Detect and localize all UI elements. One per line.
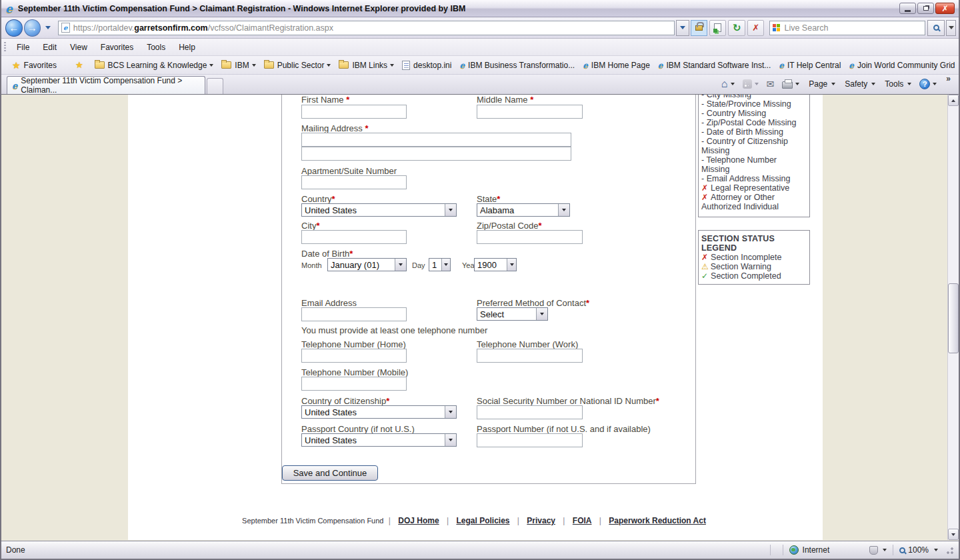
favorites-link-ibm-software[interactable]: eIBM Standard Software Inst... [654, 59, 775, 72]
favorites-folder-public-sector[interactable]: Public Sector [260, 59, 335, 72]
zip-input[interactable] [477, 230, 583, 244]
home-button[interactable]: ⌂ [717, 75, 739, 93]
address-dropdown-button[interactable] [676, 20, 690, 36]
footer-link-legal-policies[interactable]: Legal Policies [456, 516, 509, 525]
tools-menu-button[interactable]: Tools [879, 75, 915, 93]
contact-method-select[interactable]: Select [477, 307, 548, 321]
url-field[interactable]: e https://portaldev.garretsonfirm.com/vc… [58, 21, 675, 35]
dropdown-arrow-icon[interactable] [445, 204, 456, 216]
protected-mode-dropdown[interactable] [883, 549, 887, 551]
read-mail-button[interactable]: ✉ [763, 75, 779, 93]
menu-edit[interactable]: Edit [36, 40, 63, 55]
state-select[interactable]: Alabama [477, 203, 570, 217]
phone-mobile-input[interactable] [301, 377, 407, 391]
search-input[interactable] [784, 23, 917, 33]
protected-mode-icon[interactable] [869, 546, 878, 555]
commandbar-overflow-chevron[interactable]: » [941, 74, 956, 83]
scroll-down-button[interactable] [948, 529, 959, 540]
zip-label: Zip/Postal Code* [477, 221, 542, 231]
tab-claimant-registration[interactable]: e September 11th Victim Compensation Fun… [7, 76, 205, 94]
restore-button[interactable] [917, 3, 934, 14]
mailing-address-input-1[interactable] [301, 133, 571, 147]
forward-button[interactable]: → [24, 19, 41, 37]
passport-number-input[interactable] [477, 433, 583, 447]
zoom-level[interactable]: 100% [908, 545, 929, 555]
favorites-button[interactable]: ★ Favorites [8, 58, 61, 73]
favorites-link-desktop-ini[interactable]: desktop.ini [398, 59, 455, 72]
footer-link-privacy[interactable]: Privacy [527, 516, 555, 525]
menu-tools[interactable]: Tools [140, 40, 172, 55]
search-options-dropdown[interactable] [946, 20, 956, 36]
vertical-scrollbar[interactable] [947, 95, 959, 540]
resize-grip[interactable] [945, 545, 954, 555]
footer-link-doj-home[interactable]: DOJ Home [398, 516, 439, 525]
ssn-input[interactable] [477, 405, 583, 419]
dropdown-arrow-icon[interactable] [445, 434, 456, 446]
mailing-address-input-2[interactable] [301, 147, 571, 161]
feeds-button[interactable] [739, 75, 763, 93]
dropdown-arrow-icon[interactable] [507, 259, 516, 271]
favorites-link-it-help[interactable]: eIT Help Central [775, 59, 845, 72]
favorites-folder-ibm[interactable]: IBM [217, 59, 259, 72]
file-icon [402, 61, 410, 70]
page-menu-button[interactable]: Page [803, 75, 839, 93]
missing-item: - Country Missing [701, 109, 807, 118]
safety-menu-button[interactable]: Safety [839, 75, 879, 93]
compatibility-view-button[interactable] [709, 20, 727, 36]
add-favorite-button[interactable]: ★ [71, 58, 91, 72]
dropdown-arrow-icon[interactable] [395, 259, 406, 271]
help-button[interactable]: ? [915, 75, 941, 93]
favorites-link-ibm-home[interactable]: eIBM Home Page [579, 59, 654, 72]
zoom-dropdown[interactable] [934, 549, 938, 551]
live-search-box[interactable] [769, 21, 925, 35]
dropdown-arrow-icon[interactable] [558, 204, 569, 216]
ie-page-icon: e [459, 61, 465, 70]
dob-year-select[interactable]: 1900 [474, 258, 517, 271]
minimize-button[interactable] [899, 3, 916, 14]
security-lock-icon[interactable] [691, 20, 707, 36]
menu-help[interactable]: Help [172, 40, 202, 55]
first-name-input[interactable] [301, 105, 407, 119]
zoom-magnifier-icon[interactable] [899, 547, 905, 553]
dropdown-arrow-icon[interactable] [445, 406, 456, 418]
middle-name-input[interactable] [477, 105, 583, 119]
dropdown-arrow-icon[interactable] [536, 308, 547, 320]
window-title: September 11th Victim Compensation Fund … [18, 4, 466, 13]
phone-work-input[interactable] [477, 349, 583, 363]
dropdown-arrow-icon[interactable] [441, 259, 450, 271]
print-button[interactable] [778, 75, 803, 93]
passport-country-select[interactable]: United States [301, 433, 457, 447]
favorites-link-ibm-business[interactable]: eIBM Business Transformatio... [455, 59, 579, 72]
scroll-up-button[interactable] [948, 95, 959, 106]
favorites-folder-ibm-links[interactable]: IBM Links [335, 59, 398, 72]
menu-view[interactable]: View [63, 40, 94, 55]
back-button[interactable]: ← [5, 19, 23, 37]
recent-pages-dropdown[interactable] [43, 22, 53, 34]
apartment-input[interactable] [301, 175, 407, 189]
citizenship-select[interactable]: United States [301, 405, 457, 419]
ie-page-icon: e [658, 61, 663, 70]
favorites-folder-bcs[interactable]: BCS Learning & Knowledge [91, 59, 218, 72]
dob-day-select[interactable]: 1 [429, 258, 451, 271]
folder-icon [264, 61, 274, 69]
dob-month-select[interactable]: January (01) [327, 258, 407, 271]
footer-link-paperwork[interactable]: Paperwork Reduction Act [609, 516, 706, 525]
scrollbar-thumb[interactable] [948, 283, 959, 353]
refresh-button[interactable]: ↻ [728, 20, 745, 36]
close-button[interactable]: ✗ [935, 3, 955, 14]
country-select[interactable]: United States [301, 203, 457, 217]
phone-home-input[interactable] [301, 349, 407, 363]
folder-icon [221, 61, 231, 69]
favorites-bar: ★ Favorites ★ BCS Learning & Knowledge I… [1, 56, 959, 75]
city-input[interactable] [301, 230, 407, 244]
legend-incomplete: ✗Section Incomplete [701, 253, 807, 262]
save-and-continue-button[interactable]: Save and Continue [282, 465, 378, 481]
email-input[interactable] [301, 307, 407, 321]
menu-favorites[interactable]: Favorites [94, 40, 140, 55]
menu-file[interactable]: File [10, 40, 36, 55]
search-button[interactable] [927, 20, 945, 36]
new-tab-button[interactable] [207, 78, 223, 94]
footer-link-foia[interactable]: FOIA [573, 516, 592, 525]
stop-button[interactable]: ✗ [747, 20, 765, 36]
favorites-link-world-grid[interactable]: eJoin World Community Grid [845, 59, 959, 72]
